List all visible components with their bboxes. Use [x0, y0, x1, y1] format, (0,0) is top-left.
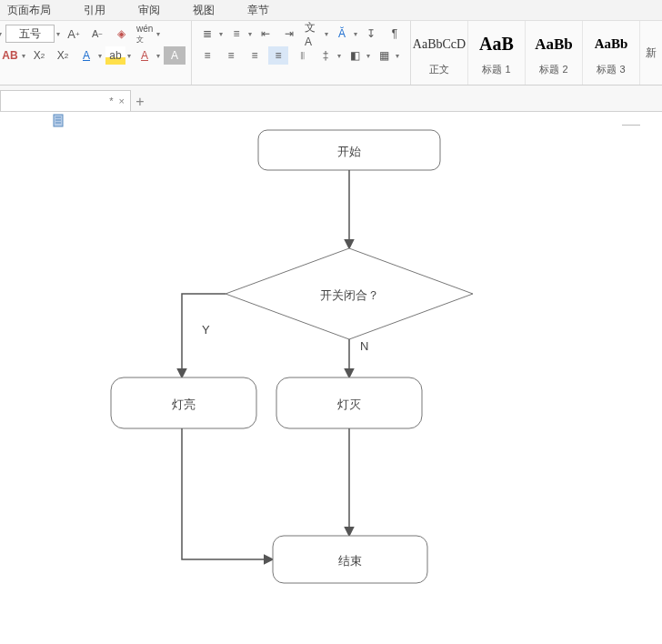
subscript-icon[interactable]: X2 — [53, 46, 73, 65]
numbering-dd[interactable]: ▾ — [248, 30, 252, 38]
bullets-icon[interactable]: ≣ — [197, 25, 217, 43]
style-h2-preview: AaBb — [535, 30, 573, 59]
menu-view[interactable]: 视图 — [193, 3, 215, 18]
style-h3-preview: AaBb — [595, 30, 628, 59]
document-modified-star: * — [109, 96, 113, 106]
style-heading3[interactable]: AaBb 标题 3 — [583, 21, 640, 85]
align-justify-icon[interactable]: ≡ — [268, 46, 288, 65]
flow-arrow-lamp-on-end — [182, 428, 273, 559]
style-h1-label: 标题 1 — [482, 63, 510, 76]
sort-icon[interactable]: ↧ — [361, 25, 381, 43]
flow-no-label: N — [360, 339, 368, 353]
grow-font-icon[interactable]: A+ — [64, 25, 84, 43]
phonetic-guide-icon[interactable]: wén文 — [135, 25, 155, 43]
menu-chapter[interactable]: 章节 — [247, 3, 269, 18]
document-tabstrip: * × + — [0, 86, 662, 112]
document-tab[interactable]: * × — [0, 90, 131, 111]
close-tab-icon[interactable]: × — [119, 96, 125, 106]
style-body-preview: AaBbCcD — [413, 30, 466, 59]
char-color-dd-icon[interactable]: ▾ — [156, 52, 160, 60]
shading-dd[interactable]: ▾ — [366, 52, 370, 60]
clear-format-icon[interactable]: ◈ — [111, 25, 131, 43]
styles-gallery: AaBbCcD 正文 AaB 标题 1 AaBb 标题 2 AaBb 标题 3 — [411, 21, 640, 85]
flow-lamp-on-label: 灯亮 — [172, 397, 196, 411]
style-heading2[interactable]: AaBb 标题 2 — [526, 21, 583, 85]
flow-start-label: 开始 — [337, 145, 361, 158]
ribbon-toolbar: ▾ 五号 ▾ A+ A− ◈ wén文 ▾ AB ▾ X2 X2 A ▾ ab … — [0, 21, 662, 86]
phonetic-dd-icon[interactable]: ▾ — [156, 30, 160, 38]
font-size-value: 五号 — [19, 26, 41, 42]
borders-icon[interactable]: ▦ — [374, 46, 394, 65]
shading-icon[interactable]: ◧ — [345, 46, 365, 65]
indent-icon[interactable]: ⇥ — [279, 25, 299, 43]
align-left-icon[interactable]: ≡ — [197, 46, 217, 65]
style-h1-preview: AaB — [479, 30, 514, 59]
highlight-icon[interactable]: ab — [105, 46, 125, 65]
char-scale-dd[interactable]: ▾ — [354, 30, 357, 38]
char-color-icon[interactable]: A — [135, 46, 155, 65]
menu-review[interactable]: 审阅 — [138, 3, 160, 18]
new-tab-button[interactable]: + — [131, 93, 149, 111]
superscript-icon[interactable]: X2 — [29, 46, 49, 65]
align-right-icon[interactable]: ≡ — [245, 46, 265, 65]
borders-dd[interactable]: ▾ — [396, 52, 399, 60]
align-center-icon[interactable]: ≡ — [221, 46, 241, 65]
style-body[interactable]: AaBbCcD 正文 — [411, 21, 468, 85]
menu-layout[interactable]: 页面布局 — [7, 3, 51, 18]
font-size-dropdown-icon[interactable]: ▾ — [56, 30, 60, 38]
bold-or-ab-icon[interactable]: AB — [0, 46, 20, 65]
style-body-label: 正文 — [429, 63, 449, 76]
line-spacing-icon[interactable]: ‡ — [316, 46, 336, 65]
ribbon-trailing[interactable]: 新 — [640, 21, 662, 85]
flow-end-label: 结束 — [338, 554, 362, 568]
font-dropdown-icon[interactable]: ▾ — [0, 30, 2, 38]
line-spacing-dd[interactable]: ▾ — [337, 52, 341, 60]
font-size-select[interactable]: 五号 — [5, 25, 55, 43]
flowchart-diagram: 开始 开关闭合？ Y N 灯亮 灯灭 结束 — [0, 112, 662, 644]
text-dir-dd[interactable]: ▾ — [325, 30, 328, 38]
flow-lamp-off-label: 灯灭 — [337, 397, 361, 411]
numbering-icon[interactable]: ≡ — [226, 25, 246, 43]
style-h2-label: 标题 2 — [539, 63, 567, 76]
flow-decision-label: 开关闭合？ — [320, 288, 379, 302]
font-group: ▾ 五号 ▾ A+ A− ◈ wén文 ▾ AB ▾ X2 X2 A ▾ ab … — [0, 21, 192, 85]
shrink-font-icon[interactable]: A− — [87, 25, 107, 43]
font-color-dd-icon[interactable]: ▾ — [98, 52, 102, 60]
outdent-icon[interactable]: ⇤ — [256, 25, 276, 43]
ab-dd-icon[interactable]: ▾ — [22, 52, 25, 60]
menu-bar: 页面布局 引用 审阅 视图 章节 — [0, 0, 662, 21]
bullets-dd[interactable]: ▾ — [219, 30, 223, 38]
show-marks-icon[interactable]: ¶ — [385, 25, 405, 43]
style-heading1[interactable]: AaB 标题 1 — [468, 21, 526, 85]
highlight-dd-icon[interactable]: ▾ — [127, 52, 131, 60]
style-h3-label: 标题 3 — [597, 63, 625, 76]
distribute-icon[interactable]: ⫴ — [292, 46, 312, 65]
font-color-icon[interactable]: A — [76, 46, 96, 65]
paragraph-group: ≣▾ ≡▾ ⇤ ⇥ 文A▾ Ă▾ ↧ ¶ ≡ ≡ ≡ ≡ ⫴ ‡▾ ◧▾ ▦▾ — [192, 21, 411, 85]
text-direction-icon[interactable]: 文A — [303, 25, 323, 43]
document-canvas[interactable]: 开始 开关闭合？ Y N 灯亮 灯灭 结束 — [0, 112, 662, 644]
flow-yes-label: Y — [202, 323, 210, 337]
char-shading-icon[interactable]: A — [164, 46, 186, 65]
menu-refs[interactable]: 引用 — [84, 3, 105, 18]
char-scale-icon[interactable]: Ă — [332, 25, 352, 43]
